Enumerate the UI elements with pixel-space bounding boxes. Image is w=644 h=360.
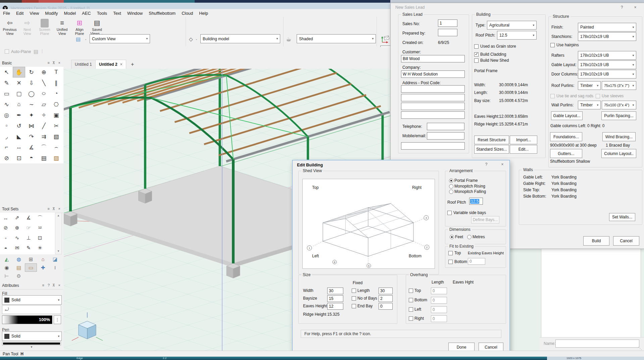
datum-tool[interactable]: ⊥ bbox=[23, 233, 34, 243]
double-line-tool[interactable]: ∥ bbox=[50, 78, 62, 88]
tab-close-icon[interactable]: × bbox=[120, 62, 122, 67]
chevron-down-icon[interactable]: ⌄ bbox=[195, 38, 198, 41]
menu-modify[interactable]: Modify bbox=[42, 9, 61, 17]
ellipse-tool[interactable]: ○ bbox=[36, 88, 52, 99]
render-mode-combo[interactable]: Shaded▼ bbox=[297, 34, 376, 43]
overhang-bottom-length-field[interactable] bbox=[431, 297, 447, 304]
fixed-end-bay-field[interactable] bbox=[379, 303, 393, 310]
menu-file[interactable]: File bbox=[0, 9, 13, 17]
use-hairpins-checkbox[interactable] bbox=[550, 43, 555, 47]
wand-tool[interactable]: ✦ bbox=[25, 110, 38, 120]
pan-tool[interactable]: ✋ bbox=[13, 67, 25, 78]
camera-tools-category[interactable]: ◉ bbox=[1, 263, 13, 272]
radial-dimension-tool[interactable]: ⌒ bbox=[38, 142, 50, 153]
rotate-tool[interactable]: ↺ bbox=[13, 120, 25, 131]
select-tool[interactable]: ↖ bbox=[0, 67, 13, 78]
notes-field[interactable] bbox=[401, 142, 465, 150]
new-tab-button[interactable]: + bbox=[131, 61, 134, 67]
telephone-field[interactable] bbox=[427, 123, 464, 130]
stamp-tool[interactable]: ▤ bbox=[38, 153, 50, 163]
edit-button[interactable]: Edit... bbox=[510, 145, 537, 154]
menu-model[interactable]: Model bbox=[61, 9, 79, 17]
pen-style-combo[interactable]: Solid▼ bbox=[2, 331, 62, 341]
pin-icon[interactable]: ⊼ bbox=[52, 207, 55, 211]
shear-tool[interactable]: ╱ bbox=[38, 120, 50, 131]
glazing-tools-category[interactable]: ◪ bbox=[49, 255, 61, 263]
wall-purlins-size-combo[interactable]: 75x100 (3"x 4")▼ bbox=[602, 101, 636, 109]
layers-stack-icon[interactable]: ▤ bbox=[76, 36, 81, 42]
column-layout-button[interactable]: Column Layout.. bbox=[601, 149, 636, 158]
close-icon[interactable]: × bbox=[58, 61, 60, 65]
set-walls-button[interactable]: Set Walls... bbox=[609, 213, 635, 221]
surface-tool[interactable]: ▱ bbox=[38, 99, 50, 110]
view-cube[interactable] bbox=[72, 312, 103, 341]
menu-tools[interactable]: Tools bbox=[94, 9, 110, 17]
arrangement-radio-portal-frame[interactable] bbox=[449, 178, 453, 183]
tab-untitled-2[interactable]: Untitled 2 × bbox=[95, 60, 126, 69]
build-cladding-checkbox[interactable] bbox=[474, 52, 479, 57]
line-tool[interactable]: ╲ bbox=[38, 78, 50, 88]
spray-tool[interactable]: ✳ bbox=[34, 243, 46, 253]
unified-view-button[interactable]: ≡UnifiedView bbox=[54, 18, 70, 36]
split-tool[interactable]: ✂ bbox=[50, 120, 62, 131]
help-icon[interactable]: ? bbox=[48, 283, 50, 287]
menu-shufflebottom[interactable]: Shufflebottom bbox=[146, 9, 179, 17]
attribute-mapping-icon[interactable]: ⤾ bbox=[5, 307, 9, 312]
plane-mode-icon[interactable]: ▤ bbox=[34, 49, 38, 55]
offset-tool[interactable]: ⇉ bbox=[38, 131, 50, 142]
mirror-tool[interactable]: ⋈ bbox=[25, 120, 38, 131]
size-eaves-height-field[interactable] bbox=[327, 303, 343, 310]
layer-diamond-icon[interactable]: ◇ bbox=[189, 36, 193, 42]
saved-views-button[interactable]: ▤SavedViews ⌄ bbox=[89, 18, 105, 36]
menu-help[interactable]: Help bbox=[196, 9, 211, 17]
address-field-3[interactable] bbox=[401, 103, 465, 110]
unconstrained-dim-tool[interactable]: ⇗ bbox=[11, 213, 23, 223]
building-type-combo[interactable]: Agricultural▼ bbox=[487, 21, 537, 30]
door-columns-combo[interactable]: 178x102x19 UB▼ bbox=[578, 70, 636, 79]
fill-color-swatch[interactable] bbox=[4, 298, 9, 303]
pin-icon[interactable]: ⊼ bbox=[52, 283, 55, 288]
reshape-tool[interactable]: ▫ bbox=[0, 120, 13, 131]
protractor-tool[interactable]: ◓ bbox=[25, 153, 38, 163]
solid-ops-tool[interactable]: ▧ bbox=[50, 131, 62, 142]
menu-icon[interactable]: ≡ bbox=[42, 283, 44, 287]
fixed-length-field[interactable] bbox=[379, 288, 393, 294]
tab-untitled-1[interactable]: Untitled 1 bbox=[71, 60, 96, 69]
piping-tools-category[interactable]: ✚ bbox=[37, 263, 49, 272]
menu-text[interactable]: Text bbox=[110, 9, 124, 17]
done-button[interactable]: Done bbox=[448, 343, 475, 352]
address-field-1[interactable] bbox=[401, 85, 465, 93]
diametral-dim-tool[interactable]: ⊘ bbox=[0, 223, 11, 233]
callout-tool[interactable]: ✎ bbox=[0, 78, 13, 88]
gis-tools-category[interactable]: ◍ bbox=[13, 255, 25, 263]
dimension-tool[interactable]: ↔ bbox=[13, 142, 25, 153]
rectangle-tool[interactable]: ▭ bbox=[0, 88, 13, 99]
leader-line-tool[interactable]: ◦ bbox=[0, 233, 11, 243]
address-field-4[interactable] bbox=[401, 111, 465, 119]
roof-pitch-combo[interactable]: 12.5▼ bbox=[497, 31, 537, 40]
menu-window[interactable]: Window bbox=[124, 9, 146, 17]
metres-radio[interactable] bbox=[467, 235, 472, 239]
gable-layout-combo[interactable]: 178x102x19 UB▼ bbox=[578, 60, 636, 69]
company-field[interactable] bbox=[401, 70, 465, 78]
standard-sizes-button[interactable]: Standard Sizes... bbox=[474, 145, 509, 154]
previous-view-button[interactable]: ⇦PreviousView bbox=[1, 18, 18, 36]
feet-radio[interactable] bbox=[450, 235, 454, 239]
finish-combo[interactable]: Painted▼ bbox=[578, 23, 636, 32]
menu-aec[interactable]: AEC bbox=[79, 9, 94, 17]
size-baysize-field[interactable] bbox=[327, 295, 343, 302]
size-width-field[interactable] bbox=[327, 288, 343, 294]
steel-tools-category[interactable]: I bbox=[49, 263, 61, 272]
prepared-by-field[interactable] bbox=[438, 29, 457, 36]
tape-tool[interactable]: ⊡ bbox=[34, 233, 46, 243]
close-icon[interactable]: × bbox=[58, 207, 60, 211]
panel-tools-category[interactable]: ⊞ bbox=[25, 255, 37, 263]
pen-color-swatch[interactable] bbox=[4, 334, 9, 339]
grain-store-checkbox[interactable] bbox=[474, 44, 479, 49]
gutters-button[interactable]: Gutters... bbox=[550, 149, 582, 158]
roof-pitch-field[interactable]: 12.5 bbox=[469, 198, 483, 205]
fill-style-combo[interactable]: Solid▼ bbox=[2, 295, 62, 305]
view-combo[interactable]: Custom View▼ bbox=[90, 34, 150, 43]
roof-purlins-size-combo[interactable]: 75x175 (3"x 7")▼ bbox=[602, 81, 636, 90]
fit-bottom-checkbox[interactable] bbox=[448, 260, 453, 264]
